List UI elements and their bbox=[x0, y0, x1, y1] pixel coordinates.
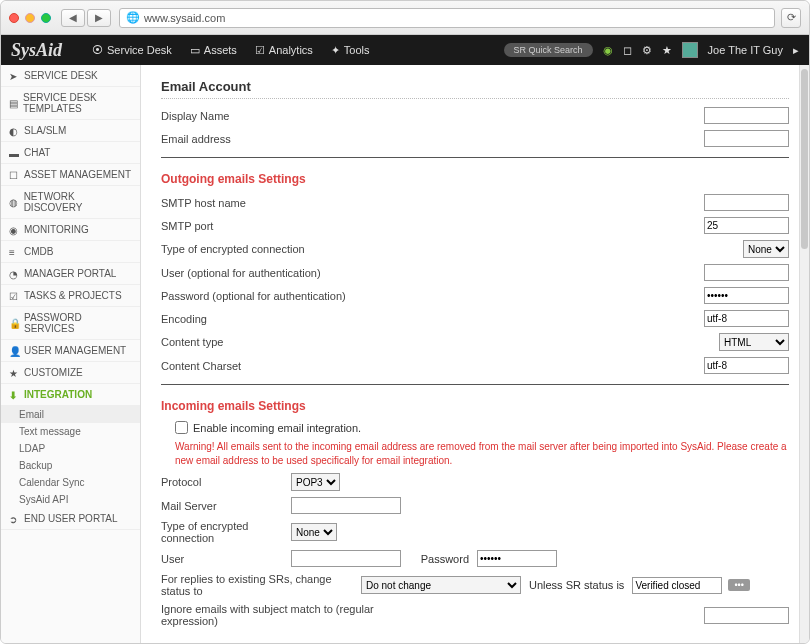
replies-select[interactable]: Do not change bbox=[361, 576, 521, 594]
sidebar-item-enduser[interactable]: ➲End User Portal bbox=[1, 508, 140, 530]
close-window[interactable] bbox=[9, 13, 19, 23]
sidebar-item-customize[interactable]: ★Customize bbox=[1, 362, 140, 384]
unless-picker-button[interactable]: ••• bbox=[728, 579, 749, 591]
out-enc-select[interactable]: None bbox=[743, 240, 789, 258]
sidebar: ➤Service Desk ▤Service Desk Templates ◐S… bbox=[1, 65, 141, 644]
outgoing-title: Outgoing emails Settings bbox=[161, 172, 789, 186]
page-title: Email Account bbox=[161, 75, 789, 99]
out-user-label: User (optional for authentication) bbox=[161, 267, 361, 279]
sidebar-item-monitoring[interactable]: ◉Monitoring bbox=[1, 219, 140, 241]
help-icon[interactable]: ◉ bbox=[603, 44, 613, 57]
db-icon: ≡ bbox=[9, 247, 19, 257]
protocol-select[interactable]: POP3 bbox=[291, 473, 340, 491]
in-enc-label: Type of encrypted connection bbox=[161, 520, 291, 544]
sidebar-item-templates[interactable]: ▤Service Desk Templates bbox=[1, 87, 140, 120]
lock-icon: 🔒 bbox=[9, 318, 19, 328]
tasks-icon: ☑ bbox=[9, 291, 19, 301]
smtp-port-label: SMTP port bbox=[161, 220, 361, 232]
sidebar-item-asset[interactable]: ☐Asset Management bbox=[1, 164, 140, 186]
url-bar[interactable]: 🌐 www.sysaid.com bbox=[119, 8, 775, 28]
minimize-window[interactable] bbox=[25, 13, 35, 23]
email-label: Email address bbox=[161, 133, 361, 145]
sidebar-sub-calendar[interactable]: Calendar Sync bbox=[1, 474, 140, 491]
sidebar-sub-email[interactable]: Email bbox=[1, 406, 140, 423]
sidebar-sub-api[interactable]: SysAid API bbox=[1, 491, 140, 508]
in-user-input[interactable] bbox=[291, 550, 401, 567]
reload-button[interactable]: ⟳ bbox=[781, 8, 801, 28]
back-button[interactable]: ◀ bbox=[61, 9, 85, 27]
replies-label: For replies to existing SRs, change stat… bbox=[161, 573, 361, 597]
unless-label: Unless SR status is bbox=[529, 579, 624, 591]
sidebar-item-tasks[interactable]: ☑Tasks & Projects bbox=[1, 285, 140, 307]
sidebar-item-manager[interactable]: ◔Manager Portal bbox=[1, 263, 140, 285]
unless-input[interactable] bbox=[632, 577, 722, 594]
asset-icon: ☐ bbox=[9, 170, 19, 180]
display-name-label: Display Name bbox=[161, 110, 361, 122]
ctype-select[interactable]: HTML bbox=[719, 333, 789, 351]
content-area: Email Account Display Name Email address… bbox=[141, 65, 809, 644]
ignore-input[interactable] bbox=[704, 607, 789, 624]
scrollbar[interactable] bbox=[799, 65, 809, 644]
nav-service-desk[interactable]: ⦿ Service Desk bbox=[92, 44, 172, 57]
logout-icon: ➲ bbox=[9, 514, 19, 524]
sidebar-item-password[interactable]: 🔒Password Services bbox=[1, 307, 140, 340]
sidebar-item-network[interactable]: ◍Network Discovery bbox=[1, 186, 140, 219]
charset-input[interactable] bbox=[704, 357, 789, 374]
out-enc-label: Type of encrypted connection bbox=[161, 243, 361, 255]
nav-tools[interactable]: ✦ Tools bbox=[331, 44, 370, 57]
arrow-icon: ➤ bbox=[9, 71, 19, 81]
sidebar-item-service-desk[interactable]: ➤Service Desk bbox=[1, 65, 140, 87]
portal-icon: ◔ bbox=[9, 269, 19, 279]
sidebar-item-integration[interactable]: ⬇Integration bbox=[1, 384, 140, 406]
display-name-input[interactable] bbox=[704, 107, 789, 124]
smtp-port-input[interactable] bbox=[704, 217, 789, 234]
incoming-warning: Warning! All emails sent to the incoming… bbox=[175, 440, 789, 467]
scrollbar-thumb[interactable] bbox=[801, 69, 808, 249]
in-user-label: User bbox=[161, 553, 291, 565]
globe-icon: 🌐 bbox=[126, 11, 140, 24]
out-pass-input[interactable] bbox=[704, 287, 789, 304]
email-input[interactable] bbox=[704, 130, 789, 147]
user-name: Joe The IT Guy bbox=[708, 44, 783, 56]
sidebar-item-chat[interactable]: ▬Chat bbox=[1, 142, 140, 164]
quick-search[interactable]: SR Quick Search bbox=[504, 43, 593, 57]
enable-incoming-label: Enable incoming email integration. bbox=[193, 422, 361, 434]
plug-icon: ⬇ bbox=[9, 390, 19, 400]
smtp-host-label: SMTP host name bbox=[161, 197, 361, 209]
protocol-label: Protocol bbox=[161, 476, 291, 488]
in-enc-select[interactable]: None bbox=[291, 523, 337, 541]
grid-icon[interactable]: ◻ bbox=[623, 44, 632, 57]
gear-icon[interactable]: ⚙ bbox=[642, 44, 652, 57]
sidebar-item-sla[interactable]: ◐SLA/SLM bbox=[1, 120, 140, 142]
in-pass-input[interactable] bbox=[477, 550, 557, 567]
mailserver-input[interactable] bbox=[291, 497, 401, 514]
user-menu-caret[interactable]: ▸ bbox=[793, 44, 799, 57]
enable-incoming-checkbox[interactable] bbox=[175, 421, 188, 434]
sidebar-sub-backup[interactable]: Backup bbox=[1, 457, 140, 474]
star-icon: ★ bbox=[9, 368, 19, 378]
maximize-window[interactable] bbox=[41, 13, 51, 23]
globe-icon: ◍ bbox=[9, 197, 19, 207]
out-user-input[interactable] bbox=[704, 264, 789, 281]
nav-analytics[interactable]: ☑ Analytics bbox=[255, 44, 313, 57]
charset-label: Content Charset bbox=[161, 360, 361, 372]
nav-assets[interactable]: ▭ Assets bbox=[190, 44, 237, 57]
encoding-label: Encoding bbox=[161, 313, 361, 325]
forward-button[interactable]: ▶ bbox=[87, 9, 111, 27]
doc-icon: ▤ bbox=[9, 98, 18, 108]
sidebar-sub-ldap[interactable]: LDAP bbox=[1, 440, 140, 457]
chat-icon: ▬ bbox=[9, 148, 19, 158]
url-text: www.sysaid.com bbox=[144, 12, 225, 24]
sidebar-sub-text[interactable]: Text message bbox=[1, 423, 140, 440]
star-icon[interactable]: ★ bbox=[662, 44, 672, 57]
sidebar-item-user-mgmt[interactable]: 👤User Management bbox=[1, 340, 140, 362]
incoming-title: Incoming emails Settings bbox=[161, 399, 789, 413]
out-pass-label: Password (optional for authentication) bbox=[161, 290, 361, 302]
ctype-label: Content type bbox=[161, 336, 361, 348]
avatar[interactable] bbox=[682, 42, 698, 58]
encoding-input[interactable] bbox=[704, 310, 789, 327]
eye-icon: ◉ bbox=[9, 225, 19, 235]
sidebar-item-cmdb[interactable]: ≡CMDB bbox=[1, 241, 140, 263]
smtp-host-input[interactable] bbox=[704, 194, 789, 211]
mic-icon: ◐ bbox=[9, 126, 19, 136]
